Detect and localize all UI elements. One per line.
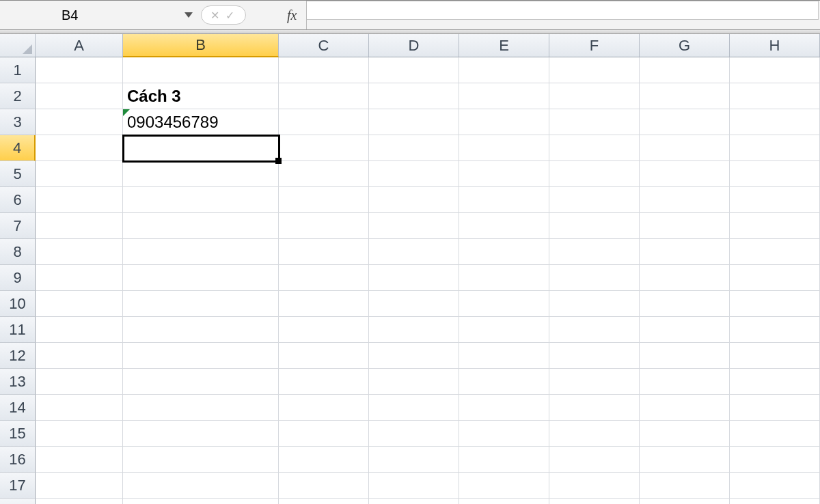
column-header-A[interactable]: A [36,34,123,57]
cell-H3[interactable] [730,109,820,135]
cell-D11[interactable] [369,317,459,343]
cell-F11[interactable] [549,317,640,343]
name-box[interactable] [62,8,144,23]
cell-B10[interactable] [123,291,279,317]
cell-H12[interactable] [730,343,820,369]
row-header-13[interactable]: 13 [0,369,36,395]
cell-F12[interactable] [549,343,640,369]
cell-C14[interactable] [279,395,369,421]
cell-G4[interactable] [640,135,730,161]
cell-C17[interactable] [279,473,369,499]
cell-H8[interactable] [730,239,820,265]
cell-C15[interactable] [279,421,369,447]
cell-F10[interactable] [549,291,640,317]
cell-E17[interactable] [459,473,549,499]
column-header-D[interactable]: D [369,34,459,57]
cell-A5[interactable] [36,161,123,187]
cell-G1[interactable] [640,57,730,83]
row-header-4[interactable]: 4 [0,135,36,161]
cell-H7[interactable] [730,213,820,239]
select-all-corner[interactable] [0,34,36,57]
cell-A7[interactable] [36,213,123,239]
row-header-16[interactable]: 16 [0,447,36,473]
cell-C7[interactable] [279,213,369,239]
cell-D4[interactable] [369,135,459,161]
cell-D18[interactable] [369,499,459,504]
cell-A14[interactable] [36,395,123,421]
cell-D17[interactable] [369,473,459,499]
cell-C3[interactable] [279,109,369,135]
cell-D13[interactable] [369,369,459,395]
cell-C18[interactable] [279,499,369,504]
cell-C9[interactable] [279,265,369,291]
row-header-12[interactable]: 12 [0,343,36,369]
column-header-E[interactable]: E [459,34,549,57]
cell-H6[interactable] [730,187,820,213]
cell-B3[interactable]: 0903456789 [123,109,279,135]
cell-D1[interactable] [369,57,459,83]
cell-F3[interactable] [549,109,640,135]
cell-H2[interactable] [730,83,820,109]
cell-G8[interactable] [640,239,730,265]
cell-B12[interactable] [123,343,279,369]
row-header-17[interactable]: 17 [0,473,36,499]
cell-E12[interactable] [459,343,549,369]
cell-H11[interactable] [730,317,820,343]
row-header-18[interactable]: 18 [0,499,36,504]
column-header-C[interactable]: C [279,34,369,57]
cell-F9[interactable] [549,265,640,291]
cell-B9[interactable] [123,265,279,291]
cell-G2[interactable] [640,83,730,109]
cell-H17[interactable] [730,473,820,499]
cell-G6[interactable] [640,187,730,213]
cell-A15[interactable] [36,421,123,447]
row-header-14[interactable]: 14 [0,395,36,421]
row-header-3[interactable]: 3 [0,109,36,135]
cell-E11[interactable] [459,317,549,343]
cell-G15[interactable] [640,421,730,447]
cell-A3[interactable] [36,109,123,135]
cell-H18[interactable] [730,499,820,504]
cell-A17[interactable] [36,473,123,499]
cell-G14[interactable] [640,395,730,421]
cell-E4[interactable] [459,135,549,161]
cell-F16[interactable] [549,447,640,473]
cell-A9[interactable] [36,265,123,291]
cell-G16[interactable] [640,447,730,473]
cell-A11[interactable] [36,317,123,343]
cell-E1[interactable] [459,57,549,83]
cell-E18[interactable] [459,499,549,504]
cell-G18[interactable] [640,499,730,504]
cell-B6[interactable] [123,187,279,213]
fx-icon[interactable]: fx [287,8,297,23]
cell-E9[interactable] [459,265,549,291]
cell-E6[interactable] [459,187,549,213]
row-header-9[interactable]: 9 [0,265,36,291]
cell-H16[interactable] [730,447,820,473]
cell-F14[interactable] [549,395,640,421]
column-header-H[interactable]: H [730,34,820,57]
column-header-G[interactable]: G [640,34,730,57]
row-header-7[interactable]: 7 [0,213,36,239]
row-header-5[interactable]: 5 [0,161,36,187]
cell-C13[interactable] [279,369,369,395]
cell-D15[interactable] [369,421,459,447]
cell-B1[interactable] [123,57,279,83]
cell-F2[interactable] [549,83,640,109]
cell-H5[interactable] [730,161,820,187]
cell-B13[interactable] [123,369,279,395]
spreadsheet-grid[interactable]: ABCDEFGH 12Cách 330903456789456789101112… [0,34,820,504]
cell-D6[interactable] [369,187,459,213]
row-header-2[interactable]: 2 [0,83,36,109]
cell-F18[interactable] [549,499,640,504]
cell-G11[interactable] [640,317,730,343]
cell-F13[interactable] [549,369,640,395]
cell-D5[interactable] [369,161,459,187]
cell-G17[interactable] [640,473,730,499]
cell-E7[interactable] [459,213,549,239]
cell-B5[interactable] [123,161,279,187]
cell-D16[interactable] [369,447,459,473]
cell-E8[interactable] [459,239,549,265]
cell-B11[interactable] [123,317,279,343]
cell-G13[interactable] [640,369,730,395]
